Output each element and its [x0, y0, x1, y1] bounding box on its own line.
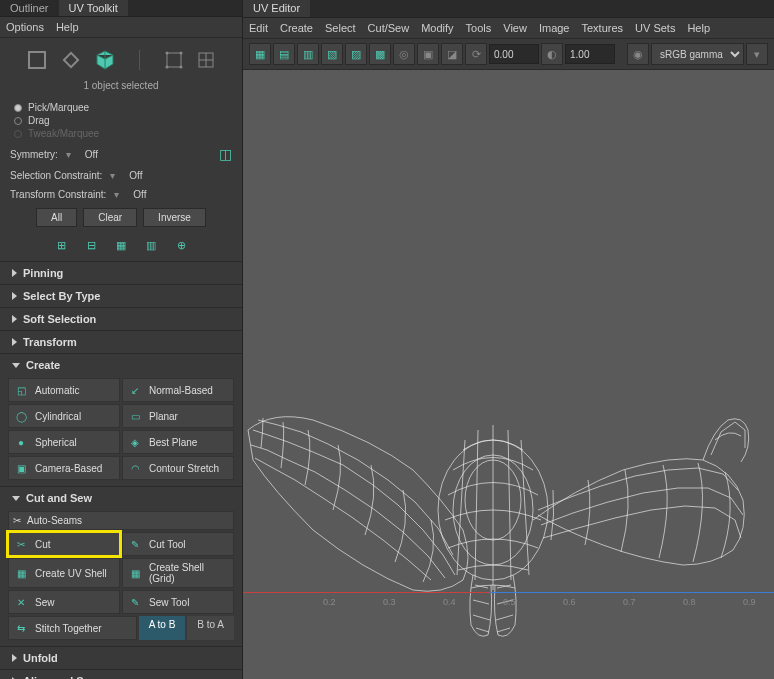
clear-button[interactable]: Clear: [83, 208, 137, 227]
btn-label: Spherical: [35, 437, 77, 448]
grow-icon[interactable]: ⊞: [53, 237, 69, 253]
menu-view[interactable]: View: [503, 22, 527, 34]
menu-options[interactable]: Options: [6, 21, 44, 33]
btn-label: Camera-Based: [35, 463, 102, 474]
menu-edit[interactable]: Edit: [249, 22, 268, 34]
square-outline-icon[interactable]: [25, 48, 49, 72]
symmetry-icon[interactable]: ◫: [219, 146, 232, 162]
diamond-icon[interactable]: [59, 48, 83, 72]
section-title: Unfold: [23, 652, 58, 664]
create-planar-button[interactable]: ▭Planar: [122, 404, 234, 428]
toolbar-btn-2[interactable]: ▤: [273, 43, 295, 65]
toolbar-cm-toggle[interactable]: ◉: [627, 43, 649, 65]
create-shell-grid-button[interactable]: ▦Create Shell (Grid): [122, 558, 234, 588]
create-uv-shell-button[interactable]: ▦Create UV Shell: [8, 558, 120, 588]
gamma-field[interactable]: [565, 44, 615, 64]
svg-point-5: [165, 66, 168, 69]
inverse-button[interactable]: Inverse: [143, 208, 206, 227]
radio-tweak-marquee[interactable]: Tweak/Marquee: [14, 127, 228, 140]
toolbar-btn-3[interactable]: ▥: [297, 43, 319, 65]
create-best-plane-button[interactable]: ◈Best Plane: [122, 430, 234, 454]
stitch-together-button[interactable]: ⇆Stitch Together: [8, 616, 137, 640]
create-cylindrical-button[interactable]: ◯Cylindrical: [8, 404, 120, 428]
grid-dots-icon[interactable]: [162, 48, 186, 72]
contour-icon: ◠: [127, 460, 143, 476]
grid-quad-icon[interactable]: [194, 48, 218, 72]
toolbar-btn-6[interactable]: ▩: [369, 43, 391, 65]
btn-label: Stitch Together: [35, 623, 102, 634]
cuttool-icon: ✎: [127, 536, 143, 552]
b-to-a-button[interactable]: B to A: [187, 616, 234, 640]
create-contour-stretch-button[interactable]: ◠Contour Stretch: [122, 456, 234, 480]
shrink-icon[interactable]: ⊟: [83, 237, 99, 253]
menu-cut-sew[interactable]: Cut/Sew: [368, 22, 410, 34]
btn-label: Sew: [35, 597, 54, 608]
toolbar-btn-1[interactable]: ▦: [249, 43, 271, 65]
menu-modify[interactable]: Modify: [421, 22, 453, 34]
chevron-down-icon[interactable]: ▾: [114, 189, 119, 200]
auto-seams-button[interactable]: ✂Auto-Seams: [8, 511, 234, 530]
a-to-b-button[interactable]: A to B: [139, 616, 186, 640]
menu-tools[interactable]: Tools: [466, 22, 492, 34]
radio-drag[interactable]: Drag: [14, 114, 228, 127]
section-cut-and-sew[interactable]: Cut and Sew: [0, 487, 242, 509]
toolbar-target-icon[interactable]: ◎: [393, 43, 415, 65]
sew-button[interactable]: ✕Sew: [8, 590, 120, 614]
toolbar-btn-4[interactable]: ▧: [321, 43, 343, 65]
grid-icon[interactable]: ▦: [113, 237, 129, 253]
color-management-select[interactable]: sRGB gamma: [651, 43, 744, 65]
create-camera-based-button[interactable]: ▣Camera-Based: [8, 456, 120, 480]
tab-uv-toolkit[interactable]: UV Toolkit: [59, 0, 128, 16]
grid-plus-icon[interactable]: ⊕: [173, 237, 189, 253]
uv-viewport[interactable]: 0.2 0.3 0.4 0.5 0.6 0.7 0.8 0.9: [243, 70, 774, 679]
tab-outliner[interactable]: Outliner: [0, 0, 59, 16]
menu-help-right[interactable]: Help: [687, 22, 710, 34]
toolbar-btn-5[interactable]: ▨: [345, 43, 367, 65]
cube-icon[interactable]: [93, 48, 117, 72]
svg-point-3: [165, 52, 168, 55]
toolbar-dropdown-icon[interactable]: ▾: [746, 43, 768, 65]
section-soft-selection[interactable]: Soft Selection: [0, 308, 242, 330]
bestplane-icon: ◈: [127, 434, 143, 450]
cut-button[interactable]: ✂Cut: [8, 532, 120, 556]
section-select-by-type[interactable]: Select By Type: [0, 285, 242, 307]
create-spherical-button[interactable]: ●Spherical: [8, 430, 120, 454]
toolbar-dim-icon[interactable]: ◪: [441, 43, 463, 65]
svg-point-4: [179, 52, 182, 55]
menu-help[interactable]: Help: [56, 21, 79, 33]
section-unfold[interactable]: Unfold: [0, 647, 242, 669]
section-title: Cut and Sew: [26, 492, 92, 504]
menu-select[interactable]: Select: [325, 22, 356, 34]
sew-tool-button[interactable]: ✎Sew Tool: [122, 590, 234, 614]
toolbar-contrast-icon[interactable]: ◐: [541, 43, 563, 65]
create-normal-based-button[interactable]: ↙Normal-Based: [122, 378, 234, 402]
tab-uv-editor[interactable]: UV Editor: [243, 0, 310, 17]
btn-label: Create UV Shell: [35, 568, 107, 579]
section-create[interactable]: Create: [0, 354, 242, 376]
select-all-button[interactable]: All: [36, 208, 77, 227]
menu-uv-sets[interactable]: UV Sets: [635, 22, 675, 34]
autoseams-icon: ✂: [13, 515, 21, 526]
tick-label: 0.3: [383, 597, 396, 607]
menu-create[interactable]: Create: [280, 22, 313, 34]
btn-label: Cut Tool: [149, 539, 186, 550]
menu-textures[interactable]: Textures: [581, 22, 623, 34]
toolbar-camera-icon[interactable]: ▣: [417, 43, 439, 65]
selection-constraint-value[interactable]: Off: [129, 170, 142, 181]
section-title: Select By Type: [23, 290, 100, 302]
chevron-down-icon[interactable]: ▾: [110, 170, 115, 181]
grid-alt-icon[interactable]: ▥: [143, 237, 159, 253]
section-transform[interactable]: Transform: [0, 331, 242, 353]
symmetry-value[interactable]: Off: [85, 149, 98, 160]
chevron-down-icon[interactable]: ▾: [66, 149, 71, 160]
menu-image[interactable]: Image: [539, 22, 570, 34]
radio-pick-marquee[interactable]: Pick/Marquee: [14, 101, 228, 114]
create-automatic-button[interactable]: ◱Automatic: [8, 378, 120, 402]
cut-tool-button[interactable]: ✎Cut Tool: [122, 532, 234, 556]
section-align-and-snap[interactable]: Align and Snap: [0, 670, 242, 679]
section-pinning[interactable]: Pinning: [0, 262, 242, 284]
exposure-field[interactable]: [489, 44, 539, 64]
toolbar-refresh-icon[interactable]: ⟳: [465, 43, 487, 65]
btn-label: Sew Tool: [149, 597, 189, 608]
transform-constraint-value[interactable]: Off: [133, 189, 146, 200]
